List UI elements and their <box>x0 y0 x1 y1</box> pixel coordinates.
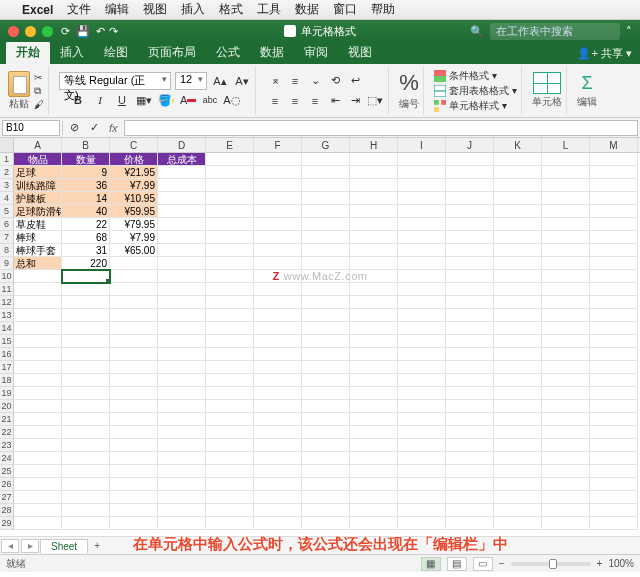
col-D[interactable]: D <box>158 138 206 152</box>
cell[interactable] <box>446 478 494 491</box>
row-header[interactable]: 6 <box>0 218 14 231</box>
cell[interactable] <box>14 387 62 400</box>
cell[interactable] <box>254 426 302 439</box>
cell[interactable] <box>14 348 62 361</box>
cell[interactable] <box>110 270 158 283</box>
cell[interactable] <box>542 361 590 374</box>
cell[interactable] <box>254 439 302 452</box>
cell[interactable] <box>110 413 158 426</box>
spreadsheet-grid[interactable]: A B C D E F G H I J K L M 1物品数量价格总成本2足球9… <box>0 138 640 536</box>
cell[interactable] <box>590 257 638 270</box>
cell[interactable] <box>206 361 254 374</box>
cell[interactable] <box>494 218 542 231</box>
cell[interactable] <box>350 179 398 192</box>
cell[interactable] <box>206 426 254 439</box>
cell[interactable] <box>542 244 590 257</box>
col-K[interactable]: K <box>494 138 542 152</box>
cell[interactable] <box>158 179 206 192</box>
cell[interactable] <box>446 166 494 179</box>
cell[interactable] <box>398 283 446 296</box>
cell[interactable] <box>398 309 446 322</box>
cell[interactable] <box>590 192 638 205</box>
fullscreen-icon[interactable] <box>42 26 53 37</box>
cell[interactable] <box>62 400 110 413</box>
cell[interactable] <box>494 426 542 439</box>
cell[interactable] <box>446 296 494 309</box>
cell[interactable] <box>398 335 446 348</box>
cell[interactable] <box>14 374 62 387</box>
cell[interactable] <box>254 387 302 400</box>
cell[interactable] <box>254 452 302 465</box>
cell[interactable] <box>158 335 206 348</box>
cell[interactable] <box>206 205 254 218</box>
cell[interactable] <box>398 452 446 465</box>
menu-insert[interactable]: 插入 <box>181 1 205 18</box>
cell[interactable] <box>350 231 398 244</box>
cell[interactable] <box>158 517 206 530</box>
cell[interactable] <box>446 270 494 283</box>
cell[interactable] <box>62 413 110 426</box>
wrap-text-icon[interactable]: ↩ <box>346 72 364 90</box>
cell[interactable] <box>542 504 590 517</box>
align-bottom-icon[interactable]: ⌄ <box>306 72 324 90</box>
cell[interactable] <box>158 192 206 205</box>
cell[interactable] <box>446 439 494 452</box>
row-header[interactable]: 28 <box>0 504 14 517</box>
cell[interactable] <box>590 361 638 374</box>
menu-tools[interactable]: 工具 <box>257 1 281 18</box>
cell[interactable] <box>350 322 398 335</box>
cell[interactable] <box>494 244 542 257</box>
cell[interactable] <box>446 465 494 478</box>
col-M[interactable]: M <box>590 138 638 152</box>
cell[interactable] <box>110 452 158 465</box>
cell[interactable] <box>590 413 638 426</box>
cell[interactable] <box>158 257 206 270</box>
row-header[interactable]: 29 <box>0 517 14 530</box>
cell[interactable] <box>158 270 206 283</box>
cell[interactable] <box>590 465 638 478</box>
cell[interactable] <box>542 426 590 439</box>
indent-increase-icon[interactable]: ⇥ <box>346 92 364 110</box>
menu-window[interactable]: 窗口 <box>333 1 357 18</box>
edit-icon[interactable]: Σ <box>581 73 592 94</box>
row-header[interactable]: 4 <box>0 192 14 205</box>
cell[interactable] <box>590 348 638 361</box>
cell[interactable] <box>62 335 110 348</box>
cell[interactable] <box>254 517 302 530</box>
cell[interactable] <box>350 192 398 205</box>
cell[interactable] <box>590 478 638 491</box>
cell-qty[interactable]: 68 <box>62 231 110 244</box>
cell[interactable] <box>302 374 350 387</box>
cell[interactable] <box>158 478 206 491</box>
cell[interactable] <box>350 413 398 426</box>
add-sheet-button[interactable]: + <box>88 540 106 551</box>
cell[interactable] <box>350 361 398 374</box>
cell[interactable] <box>446 517 494 530</box>
cell[interactable] <box>398 270 446 283</box>
cell[interactable] <box>542 257 590 270</box>
page-layout-view-icon[interactable]: ▤ <box>447 557 467 571</box>
app-menu[interactable]: Excel <box>22 3 53 17</box>
cell[interactable] <box>110 491 158 504</box>
cell[interactable] <box>590 218 638 231</box>
cancel-formula-icon[interactable]: ⊘ <box>65 119 83 137</box>
header-price[interactable]: 价格 <box>110 153 158 166</box>
row-header[interactable]: 15 <box>0 335 14 348</box>
cell[interactable] <box>542 192 590 205</box>
row-header[interactable]: 21 <box>0 413 14 426</box>
cell[interactable] <box>254 218 302 231</box>
cell[interactable] <box>110 517 158 530</box>
cell-item[interactable]: 足球防滑钉 <box>14 205 62 218</box>
cell[interactable] <box>446 400 494 413</box>
cell[interactable] <box>398 179 446 192</box>
cell[interactable] <box>62 361 110 374</box>
cell[interactable] <box>590 452 638 465</box>
cell[interactable] <box>206 231 254 244</box>
cell-price[interactable]: ¥10.95 <box>110 192 158 205</box>
col-C[interactable]: C <box>110 138 158 152</box>
cell[interactable] <box>350 244 398 257</box>
cell[interactable] <box>494 283 542 296</box>
cell[interactable] <box>62 348 110 361</box>
cell[interactable] <box>398 387 446 400</box>
cell[interactable] <box>62 452 110 465</box>
